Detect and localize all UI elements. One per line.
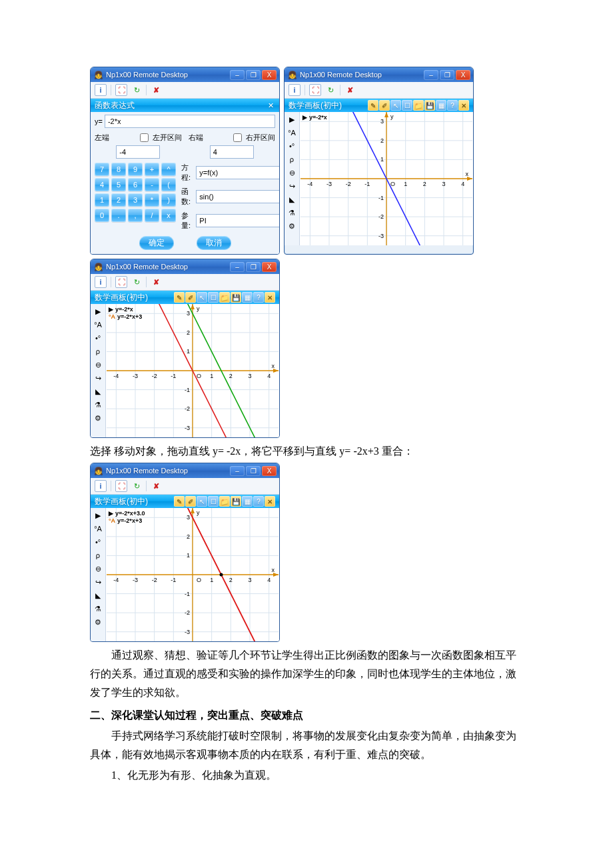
refresh-icon[interactable]: ↻ [131,481,142,491]
keypad-key-x[interactable]: x [161,209,176,222]
refresh-icon[interactable]: ↻ [131,277,142,287]
keypad-key-^[interactable]: ^ [161,163,176,176]
side-tool-icon[interactable]: °A [93,320,103,329]
panel-tool-icon[interactable]: 💾 [231,292,241,303]
keypad-key-8[interactable]: 8 [111,163,126,176]
minimize-button[interactable]: – [230,262,245,272]
side-tool-icon[interactable]: ▶ [93,511,103,520]
minimize-button[interactable]: – [230,466,245,476]
side-tool-icon[interactable]: •° [93,537,103,547]
info-icon[interactable]: i [95,480,107,492]
panel-tool-icon[interactable]: ☐ [208,496,219,507]
refresh-icon[interactable]: ↻ [325,85,336,95]
keypad-key-+[interactable]: + [145,163,159,176]
panel-tool-icon[interactable]: ✕ [458,100,469,111]
titlebar[interactable]: 👧 Np1x00 Remote Desktop – ❐ X [285,67,473,82]
x-icon[interactable]: ✘ [344,85,355,95]
panel-tool-icon[interactable]: ✕ [265,292,275,303]
panel-tool-icon[interactable]: ✎ [174,292,185,303]
side-tool-icon[interactable]: ▶ [93,307,103,316]
side-tool-icon[interactable]: °A [93,524,103,533]
titlebar[interactable]: 👧 Np1x00 Remote Desktop – ❐ X [91,259,279,274]
x-icon[interactable]: ✘ [151,85,161,95]
side-tool-icon[interactable]: ρ [93,551,103,560]
keypad-key-)[interactable]: ) [161,193,176,207]
left-open-checkbox[interactable] [140,133,149,142]
side-tool-icon[interactable]: ⊖ [93,360,103,369]
maximize-button[interactable]: ❐ [440,70,454,80]
graph-plot-area[interactable]: ▶y=-2*x+3.0°Ay=-2*x+3 -4-3-2-11234-3-2-1… [106,508,279,641]
keypad-key-1[interactable]: 1 [95,193,109,207]
side-tool-icon[interactable]: ⊖ [93,564,103,573]
right-open-checkbox[interactable] [233,133,242,142]
panel-tool-icon[interactable]: ↖ [390,100,401,111]
ok-button[interactable]: 确定 [139,236,174,250]
side-tool-icon[interactable]: ↪ [93,577,103,587]
side-tool-icon[interactable]: ◣ [287,195,297,204]
side-tool-icon[interactable]: ρ [287,155,297,164]
panel-tool-icon[interactable]: ✎ [368,100,378,111]
keypad-key-,[interactable]: , [128,209,143,222]
info-icon[interactable]: i [95,276,107,288]
side-tool-icon[interactable]: ⚗ [93,604,103,613]
panel-tool-icon[interactable]: ? [253,496,264,507]
panel-tool-icon[interactable]: ? [253,292,264,303]
x-icon[interactable]: ✘ [151,277,161,287]
keypad-key-2[interactable]: 2 [111,193,126,207]
info-icon[interactable]: i [95,84,107,96]
fullscreen-icon[interactable]: ⛶ [115,480,127,492]
keypad-key-7[interactable]: 7 [95,163,109,176]
titlebar[interactable]: 👧 Np1x00 Remote Desktop – ❐ X [91,463,279,478]
keypad-key-*[interactable]: * [145,193,159,207]
side-tool-icon[interactable]: ρ [93,347,103,356]
close-button[interactable]: X [456,70,470,80]
panel-tool-icon[interactable]: ↖ [197,496,207,507]
panel-tool-icon[interactable]: ✐ [185,292,196,303]
cancel-button[interactable]: 取消 [197,236,231,250]
keypad-key-6[interactable]: 6 [128,178,143,191]
close-button[interactable]: X [262,70,277,80]
side-tool-icon[interactable]: ◣ [93,387,103,396]
maximize-button[interactable]: ❐ [246,262,261,272]
panel-tool-icon[interactable]: ☐ [208,292,219,303]
right-end-input[interactable] [210,145,254,159]
keypad-key-9[interactable]: 9 [128,163,143,176]
panel-tool-icon[interactable]: ▦ [436,100,446,111]
function-select[interactable] [196,190,280,203]
panel-tool-icon[interactable]: 📁 [413,100,424,111]
panel-tool-icon[interactable]: 📁 [219,292,230,303]
panel-tool-icon[interactable]: 📁 [219,496,230,507]
side-tool-icon[interactable]: ↪ [287,181,297,191]
keypad-key-/[interactable]: / [145,209,159,222]
keypad-key--[interactable]: - [145,178,159,191]
side-tool-icon[interactable]: ⊖ [287,168,297,177]
close-button[interactable]: X [262,466,277,476]
side-tool-icon[interactable]: •° [287,141,297,151]
side-tool-icon[interactable]: °A [287,128,297,137]
fullscreen-icon[interactable]: ⛶ [115,276,127,288]
side-tool-icon[interactable]: ⚙ [93,617,103,627]
expression-input[interactable] [105,115,275,128]
keypad-key-.[interactable]: . [111,209,126,222]
minimize-button[interactable]: – [230,70,245,80]
panel-close-icon[interactable]: ✕ [266,101,275,110]
panel-tool-icon[interactable]: ↖ [197,292,207,303]
panel-tool-icon[interactable]: ✐ [185,496,196,507]
side-tool-icon[interactable]: ▶ [287,115,297,124]
fullscreen-icon[interactable]: ⛶ [309,84,321,96]
keypad-key-([interactable]: ( [161,178,176,191]
panel-tool-icon[interactable]: 💾 [231,496,241,507]
side-tool-icon[interactable]: ⚙ [287,221,297,231]
refresh-icon[interactable]: ↻ [131,85,142,95]
minimize-button[interactable]: – [424,70,438,80]
panel-tool-icon[interactable]: ▦ [242,496,253,507]
panel-tool-icon[interactable]: ✎ [174,496,185,507]
titlebar[interactable]: 👧 Np1x00 Remote Desktop – ❐ X [91,67,279,82]
panel-tool-icon[interactable]: ▦ [242,292,253,303]
keypad-key-4[interactable]: 4 [95,178,109,191]
panel-tool-icon[interactable]: ✕ [265,496,275,507]
side-tool-icon[interactable]: ⚗ [93,400,103,409]
side-tool-icon[interactable]: ↪ [93,373,103,383]
panel-tool-icon[interactable]: ? [447,100,458,111]
side-tool-icon[interactable]: ◣ [93,591,103,600]
